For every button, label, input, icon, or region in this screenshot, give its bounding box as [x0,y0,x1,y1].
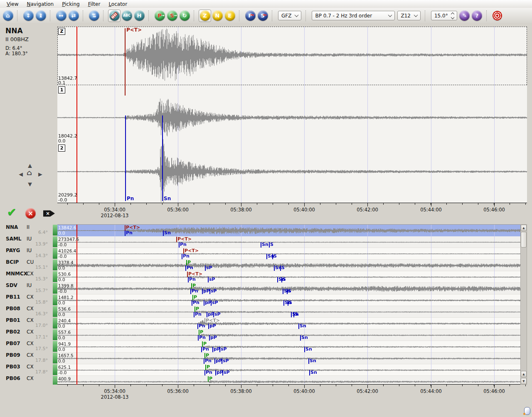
align-on-p-button[interactable]: P→ [153,10,166,22]
pick-marker-line[interactable] [185,265,186,271]
spinbox-arrows-icon[interactable] [451,13,454,19]
scrollbar-thumb[interactable] [521,232,527,248]
picker-help-button[interactable]: ? [471,10,483,22]
menu-filter[interactable]: Filter [84,1,105,7]
relocate-button[interactable] [491,10,504,22]
pick-marker-line[interactable] [298,324,299,329]
pick-marker-line[interactable] [190,289,191,294]
show-s-traces-button[interactable]: S~ [256,10,269,22]
nav-left-button[interactable]: ◀ [19,172,23,177]
labels-tool-button[interactable]: ABC [121,10,133,22]
station-code[interactable]: SDV [6,283,17,288]
pick-marker-line[interactable] [179,242,180,248]
pick-marker-line[interactable] [215,370,216,375]
pick-marker-line[interactable] [304,347,305,352]
pick-marker-line[interactable] [182,254,182,259]
station-code[interactable]: PB03 [6,364,20,370]
measure-tool-button[interactable] [108,10,121,22]
filter-select[interactable]: BP 0.7 - 2 Hz 3rd order [312,11,395,20]
pick-marker-line[interactable] [204,300,204,306]
pick-marker-line[interactable] [309,370,310,375]
pick-marker-line[interactable] [125,115,126,201]
pick-marker-line[interactable] [188,277,189,282]
pick-marker-line[interactable] [209,335,210,341]
station-code[interactable]: PB02 [6,329,20,335]
scroll-up-button[interactable]: ▲ [521,371,527,377]
station-code[interactable]: MNMCX [6,271,27,277]
station-code[interactable]: PB07 [6,341,20,346]
station-code[interactable]: NNA [6,225,18,230]
time-zoom-button[interactable]: ↔ [55,10,67,22]
agency-select[interactable]: GFZ [278,11,301,20]
pick-marker-line[interactable] [261,242,261,248]
pick-marker-line[interactable] [176,237,177,242]
pick-marker-line[interactable] [125,231,126,236]
skip-trace-button[interactable]: × [43,209,55,218]
pick-marker-line[interactable] [283,300,284,306]
channel-select[interactable]: Z12 [397,11,421,20]
pick-marker-line[interactable] [197,324,198,329]
component-z-button[interactable]: Z [199,10,211,22]
picker-settings-button[interactable]: ✎ [458,10,471,22]
pick-marker-line[interactable] [214,358,215,364]
zoom-trace-panel[interactable]: Z 1 2 13842.7 0.1 18042.2 0.0 20299.2 -0… [57,27,527,203]
pick-marker-line[interactable] [187,272,188,277]
pick-marker-line[interactable] [125,28,126,96]
pick-marker-line[interactable] [194,312,195,317]
station-trace-panel[interactable]: 13842.60.0P<T>PnSn273347.6-0.0P<T>PnSnS4… [57,224,520,385]
pick-marker-line[interactable] [198,335,199,341]
pick-marker-line[interactable] [269,242,270,248]
amplitude-zoom-button[interactable]: ⇕ [22,10,34,22]
nav-home-button[interactable]: ⌂ [27,170,32,175]
station-code[interactable]: PB09 [6,353,20,358]
menu-picking[interactable]: Picking [58,1,84,7]
pick-marker-line[interactable] [204,358,204,364]
menu-navigation[interactable]: Navigation [22,1,58,7]
station-code[interactable]: PB11 [6,294,20,300]
pick-marker-line[interactable] [207,312,207,317]
pick-marker-line[interactable] [300,335,301,341]
rotation-spinbox[interactable]: 15.0° [431,11,457,20]
pick-marker-line[interactable] [291,312,292,317]
station-code[interactable]: BCIP [6,260,19,265]
align-on-s-button[interactable]: S→ [166,10,178,22]
nav-right-button[interactable]: ▶ [38,172,42,177]
align-tool-button[interactable]: H [133,10,145,22]
nav-up-button[interactable]: ▲ [28,163,32,168]
scroll-up-button[interactable]: ▲ [521,225,527,231]
repick-button[interactable]: ↻ [178,10,191,22]
pick-marker-line[interactable] [208,277,209,282]
component-n-button[interactable]: N [211,10,224,22]
confirm-pick-button[interactable]: ✔ [7,207,17,218]
pick-marker-line[interactable] [204,370,205,375]
amplitude-fit-button[interactable]: ↨ [34,10,47,22]
pick-marker-line[interactable] [212,347,213,352]
pick-marker-line[interactable] [163,231,164,236]
station-code[interactable]: SAML [6,236,22,242]
menu-locator[interactable]: Locator [104,1,131,7]
pick-marker-line[interactable] [266,254,267,259]
station-code[interactable]: PAYG [6,248,20,253]
scroll-down-button[interactable]: ▼ [521,378,527,384]
component-e-button[interactable]: E [224,10,236,22]
station-code[interactable]: PB06 [6,376,20,381]
pick-marker-line[interactable] [277,277,278,282]
pick-marker-line[interactable] [208,376,209,382]
station-code[interactable]: PB01 [6,318,20,323]
pick-marker-line[interactable] [162,115,163,201]
reject-pick-button[interactable]: × [25,208,36,218]
default-scale-button[interactable]: ⇅ [88,10,100,22]
pick-marker-line[interactable] [192,300,192,306]
pick-marker-line[interactable] [202,289,203,294]
pick-marker-line[interactable] [308,358,309,364]
pick-marker-line[interactable] [274,265,275,271]
time-fit-button[interactable]: ⇄ [67,10,80,22]
menu-view[interactable]: View [2,1,22,7]
trace-list-scrollbar[interactable]: ▲ ▲ ▼ [520,224,527,385]
pick-marker-line[interactable] [125,225,126,231]
pick-marker-line[interactable] [208,324,209,329]
pick-marker-line[interactable] [205,265,206,271]
pick-marker-line[interactable] [201,347,202,352]
show-p-traces-button[interactable]: P~ [244,10,256,22]
pick-marker-line[interactable] [283,289,283,294]
